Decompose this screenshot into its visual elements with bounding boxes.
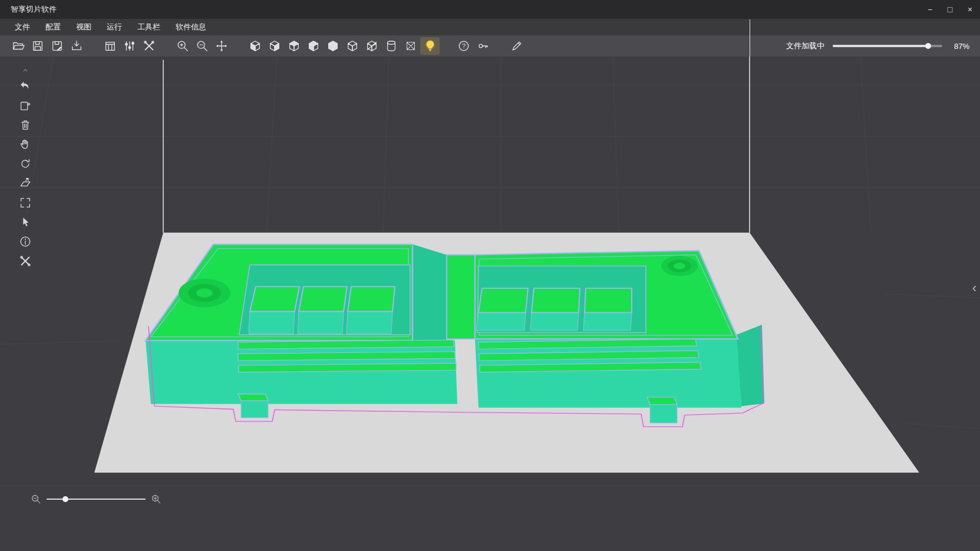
view-left-button[interactable] <box>284 37 303 55</box>
chevron-up-icon <box>19 66 31 74</box>
open-folder-icon <box>12 39 25 52</box>
progress-bar[interactable] <box>833 45 942 47</box>
save-button[interactable] <box>28 37 47 55</box>
view-top-button[interactable] <box>323 37 342 55</box>
trash-icon <box>19 118 32 131</box>
key-icon <box>477 39 490 52</box>
collapse-panel-button[interactable] <box>14 65 37 75</box>
crossed-tools-icon <box>19 255 32 268</box>
cube-back-icon <box>268 39 281 52</box>
zoom-out-icon[interactable] <box>31 494 41 504</box>
machine-icon <box>104 39 117 52</box>
zoom-in-button[interactable] <box>173 37 192 55</box>
tools-button[interactable] <box>139 37 159 55</box>
rotate-icon <box>19 157 32 170</box>
info-icon <box>19 235 32 248</box>
section-view-button[interactable] <box>362 37 381 55</box>
pen-icon <box>510 39 523 52</box>
screw-boss-right <box>661 256 698 276</box>
menu-config[interactable]: 配置 <box>38 19 68 35</box>
svg-text:?: ? <box>462 43 466 50</box>
add-file-icon <box>19 99 32 112</box>
maximize-button[interactable]: □ <box>940 0 960 19</box>
open-file-button[interactable] <box>8 37 28 55</box>
zoom-slider-thumb[interactable] <box>62 496 68 502</box>
cube-slash-icon <box>365 39 378 52</box>
save-as-icon <box>51 39 64 52</box>
import-button[interactable] <box>67 37 86 55</box>
select-object-button[interactable] <box>14 213 37 231</box>
menu-file[interactable]: 文件 <box>7 19 38 35</box>
close-button[interactable]: × <box>960 0 980 19</box>
file-loading-progress: 文件加载中 87% <box>786 41 980 51</box>
fit-view-button[interactable] <box>14 194 37 212</box>
machine-settings-button[interactable] <box>100 37 120 55</box>
bounding-box-button[interactable] <box>401 37 420 55</box>
repair-tools-button[interactable] <box>14 252 37 270</box>
move-icon <box>215 39 228 52</box>
sliders-icon <box>123 39 136 52</box>
right-panel-chevron[interactable]: ‹ <box>972 282 976 295</box>
zoom-out-icon <box>196 39 209 52</box>
cylinder-view-button[interactable] <box>381 37 401 55</box>
small-cube-right[interactable] <box>647 397 677 423</box>
zoom-in-icon <box>176 39 189 52</box>
small-cube-left[interactable] <box>238 394 268 417</box>
progress-label: 文件加载中 <box>786 41 824 51</box>
progress-fill <box>833 45 928 47</box>
import-icon <box>70 39 83 52</box>
save-as-button[interactable] <box>47 37 67 55</box>
progress-thumb[interactable] <box>925 43 931 49</box>
cube-front-icon <box>249 39 262 52</box>
model[interactable] <box>146 245 764 427</box>
rotate-view-button[interactable] <box>14 155 37 173</box>
help-button[interactable]: ? <box>454 37 473 55</box>
pan-view-button[interactable] <box>14 136 37 153</box>
mirror-icon <box>19 177 32 190</box>
delete-object-button[interactable] <box>14 116 37 134</box>
move-model-button[interactable] <box>212 37 231 55</box>
build-volume-edge-line <box>750 19 750 57</box>
zoom-out-button[interactable] <box>192 37 212 55</box>
help-icon: ? <box>457 39 470 52</box>
license-key-button[interactable] <box>473 37 493 55</box>
cube-top-icon <box>326 39 339 52</box>
cube-left-icon <box>288 39 301 52</box>
lightbulb-icon <box>424 39 437 52</box>
wrench-icon <box>143 39 156 52</box>
slice-parameters-button[interactable] <box>120 37 139 55</box>
mirror-object-button[interactable] <box>14 174 37 192</box>
cylinder-icon <box>385 39 398 52</box>
view-back-button[interactable] <box>265 37 284 55</box>
minimize-button[interactable]: − <box>920 0 940 19</box>
main-toolbar: ? 文件加载中 87% <box>0 35 980 57</box>
annotate-pen-button[interactable] <box>507 37 526 55</box>
progress-percent: 87% <box>951 42 969 51</box>
view-perspective-button[interactable] <box>342 37 362 55</box>
menu-about[interactable]: 软件信息 <box>168 19 214 35</box>
scene-canvas <box>0 57 980 551</box>
menu-view[interactable]: 视图 <box>68 19 99 35</box>
zoom-slider[interactable] <box>47 499 146 500</box>
window-controls: − □ × <box>920 0 980 19</box>
zoom-in-icon[interactable] <box>151 494 161 504</box>
undo-button[interactable] <box>14 77 37 95</box>
undo-icon <box>19 80 32 93</box>
app-title: 智享切片软件 <box>11 4 57 15</box>
menu-toolbar[interactable]: 工具栏 <box>130 19 168 35</box>
cube-outline-icon <box>346 39 359 52</box>
add-object-button[interactable] <box>14 97 37 114</box>
side-toolbar <box>14 65 37 270</box>
hand-icon <box>19 138 32 151</box>
cube-right-icon <box>307 39 320 52</box>
screw-boss-left <box>179 279 230 307</box>
object-info-button[interactable] <box>14 233 37 250</box>
viewport-3d[interactable]: ‹ <box>0 57 980 551</box>
dashed-box-icon <box>404 39 417 52</box>
menu-run[interactable]: 运行 <box>99 19 130 35</box>
view-front-button[interactable] <box>245 37 265 55</box>
light-toggle-button[interactable] <box>420 37 440 55</box>
zoom-control <box>31 494 161 504</box>
cursor-icon <box>19 216 32 229</box>
view-right-button[interactable] <box>303 37 323 55</box>
